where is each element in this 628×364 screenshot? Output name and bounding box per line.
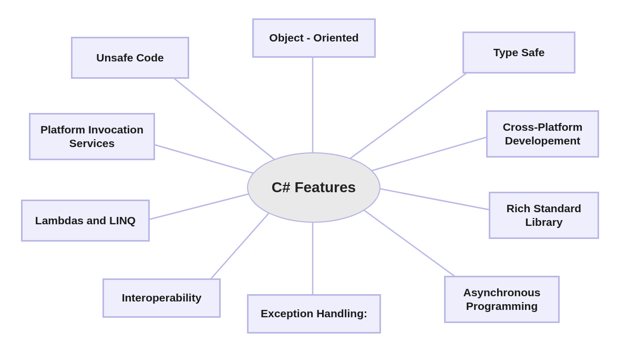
node-async-programming: Asynchronous Programming	[444, 276, 560, 323]
node-type-safe: Type Safe	[462, 32, 575, 74]
node-label: Asynchronous Programming	[453, 286, 551, 314]
node-unsafe-code: Unsafe Code	[71, 37, 189, 79]
svg-line-1	[344, 68, 473, 163]
node-label: Lambdas and LINQ	[35, 214, 136, 227]
svg-line-2	[363, 137, 489, 173]
node-label: Interoperability	[122, 291, 202, 305]
node-label: Rich Standard Library	[498, 202, 590, 230]
node-platform-invocation: Platform Invocation Services	[29, 113, 155, 160]
node-interoperability: Interoperability	[102, 278, 221, 318]
node-exception-handling: Exception Handling:	[247, 294, 381, 334]
node-cross-platform: Cross-Platform Developement	[486, 110, 599, 158]
svg-line-3	[368, 186, 491, 210]
node-label: Exception Handling:	[261, 307, 367, 320]
node-label: Object - Oriented	[269, 31, 358, 45]
svg-line-7	[145, 192, 258, 221]
node-object-oriented: Object - Oriented	[252, 18, 376, 58]
node-lambdas-linq: Lambdas and LINQ	[21, 200, 150, 242]
svg-line-9	[168, 74, 279, 163]
node-label: Type Safe	[493, 46, 545, 59]
node-label: Cross-Platform Developement	[495, 120, 590, 148]
center-label: C# Features	[272, 179, 356, 196]
node-label: Platform Invocation Services	[38, 123, 146, 151]
svg-line-8	[145, 142, 263, 176]
center-node: C# Features	[247, 152, 380, 223]
node-rich-library: Rich Standard Library	[489, 192, 599, 239]
node-label: Unsafe Code	[96, 51, 163, 65]
